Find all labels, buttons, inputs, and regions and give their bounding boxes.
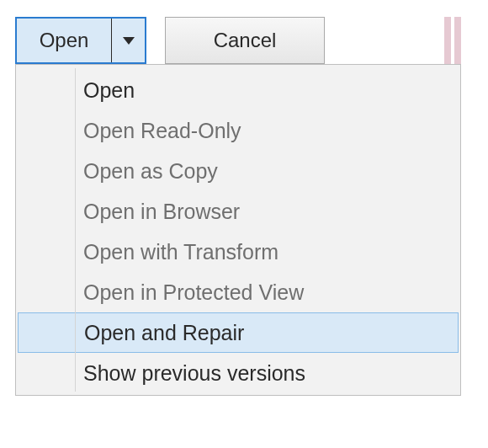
- menu-item-label: Show previous versions: [83, 361, 305, 386]
- decor-strips: [444, 17, 461, 64]
- menu-item-open-as-copy[interactable]: Open as Copy: [16, 151, 460, 191]
- menu-item-open-and-repair[interactable]: Open and Repair: [18, 312, 459, 353]
- cancel-button-label: Cancel: [214, 29, 277, 52]
- menu-item-show-previous-versions[interactable]: Show previous versions: [16, 353, 460, 393]
- open-split-button[interactable]: Open: [15, 17, 146, 64]
- open-dialog-fragment: Open Cancel Open Open Read-Only Open a: [15, 17, 461, 396]
- menu-item-open-with-transform[interactable]: Open with Transform: [16, 232, 460, 272]
- decor-strip: [454, 17, 461, 64]
- open-dropdown-toggle[interactable]: [111, 19, 145, 62]
- menu-item-open-in-browser[interactable]: Open in Browser: [16, 191, 460, 232]
- menu-item-open-in-protected-view[interactable]: Open in Protected View: [16, 272, 460, 312]
- menu-item-label: Open and Repair: [84, 321, 244, 345]
- menu-item-open-read-only[interactable]: Open Read-Only: [16, 110, 460, 151]
- menu-item-label: Open as Copy: [83, 159, 218, 184]
- menu-item-open[interactable]: Open: [16, 70, 460, 110]
- menu-item-label: Open in Protected View: [83, 280, 304, 305]
- menu-icon-rail: [75, 68, 76, 392]
- menu-item-label: Open with Transform: [83, 240, 278, 264]
- open-button[interactable]: Open: [17, 19, 111, 62]
- open-button-label: Open: [40, 29, 89, 52]
- dialog-button-row: Open Cancel: [15, 17, 461, 64]
- chevron-down-icon: [123, 37, 135, 45]
- menu-item-label: Open in Browser: [83, 200, 240, 224]
- open-dropdown-menu: Open Open Read-Only Open as Copy Open in…: [15, 64, 461, 396]
- decor-strip: [444, 17, 451, 64]
- cancel-button[interactable]: Cancel: [165, 17, 325, 64]
- spacer: [325, 17, 434, 64]
- menu-item-label: Open Read-Only: [83, 119, 241, 143]
- menu-item-label: Open: [83, 78, 135, 103]
